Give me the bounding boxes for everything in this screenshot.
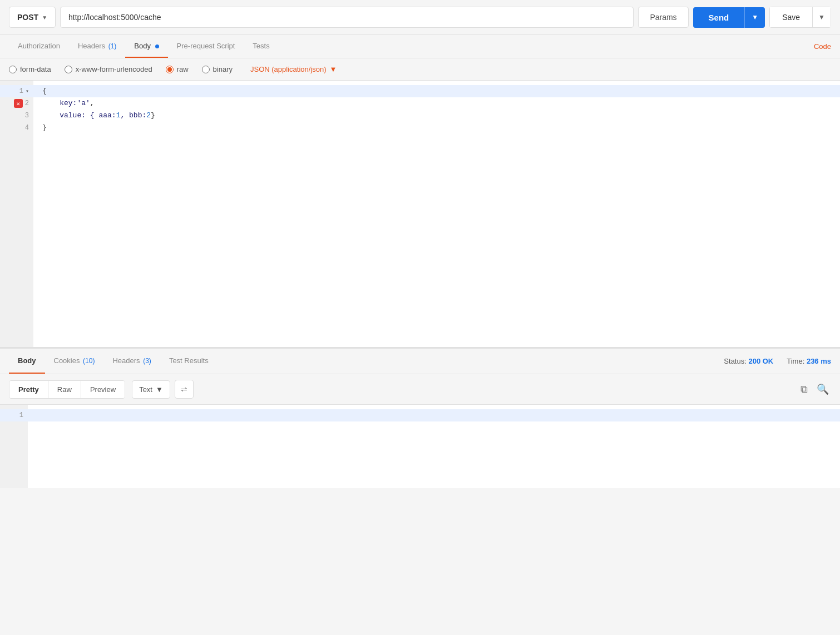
raw-button[interactable]: Raw [48, 381, 81, 398]
resp-headers-badge: (3) [143, 357, 151, 365]
json-format-selector[interactable]: JSON (application/json) ▼ [250, 65, 337, 73]
status-info: Status: 200 OK Time: 236 ms [724, 357, 831, 365]
method-chevron-icon: ▼ [42, 14, 47, 21]
wrap-icon: ⇌ [181, 385, 187, 394]
tab-body[interactable]: Body [125, 35, 167, 58]
line-number-2: ✕ 2 [0, 97, 33, 110]
code-line-4: } [42, 122, 831, 134]
resp-tab-headers[interactable]: Headers (3) [103, 349, 160, 374]
response-tabs-bar: Body Cookies (10) Headers (3) Test Resul… [0, 349, 840, 374]
headers-badge: (1) [108, 42, 117, 50]
search-icon: 🔍 [817, 383, 829, 395]
resp-tab-test-results[interactable]: Test Results [160, 349, 218, 374]
wrap-button[interactable]: ⇌ [175, 380, 194, 399]
save-button[interactable]: Save [769, 7, 813, 28]
copy-button[interactable]: ⧉ [798, 381, 810, 398]
params-button[interactable]: Params [638, 7, 688, 28]
option-form-data[interactable]: form-data [9, 65, 51, 73]
tab-authorization[interactable]: Authorization [9, 35, 69, 58]
send-button[interactable]: Send [693, 7, 745, 28]
response-editor: 1 [0, 405, 840, 488]
send-group: Send ▼ [693, 7, 765, 28]
body-dot-indicator [155, 44, 159, 48]
request-tabs: Authorization Headers (1) Body Pre-reque… [0, 35, 840, 58]
method-label: POST [17, 13, 38, 22]
line-number-4: 4 [0, 122, 33, 134]
tab-headers[interactable]: Headers (1) [69, 35, 125, 58]
url-input[interactable] [60, 7, 634, 28]
pretty-button[interactable]: Pretty [9, 381, 48, 398]
preview-button[interactable]: Preview [81, 381, 125, 398]
tab-tests[interactable]: Tests [244, 35, 278, 58]
resp-tab-cookies[interactable]: Cookies (10) [45, 349, 104, 374]
body-options: form-data x-www-form-urlencoded raw bina… [0, 58, 840, 81]
cookies-badge: (10) [83, 357, 95, 365]
status-label: Status: 200 OK [724, 357, 773, 365]
response-section: Body Cookies (10) Headers (3) Test Resul… [0, 348, 840, 488]
time-label: Time: 236 ms [787, 357, 831, 365]
option-binary[interactable]: binary [202, 65, 233, 73]
resp-tab-body[interactable]: Body [9, 349, 45, 374]
code-line-3: value: { aaa: 1 , bbb: 2 } [42, 110, 831, 122]
text-format-dropdown[interactable]: Text ▼ [132, 380, 170, 399]
tab-pre-request-script[interactable]: Pre-request Script [168, 35, 244, 58]
status-value: 200 OK [748, 357, 773, 365]
search-button[interactable]: 🔍 [814, 381, 831, 398]
option-x-www-form-urlencoded[interactable]: x-www-form-urlencoded [65, 65, 152, 73]
format-group: Pretty Raw Preview [9, 380, 125, 399]
resp-code-content[interactable] [28, 405, 840, 488]
resp-line-number-1: 1 [0, 409, 28, 421]
option-raw[interactable]: raw [166, 65, 189, 73]
url-bar: POST ▼ Params Send ▼ Save ▼ [0, 0, 840, 35]
code-editor: 1 ▾ ✕ 2 3 4 { key: 'a' , value: { aaa: 1 [0, 81, 840, 348]
save-dropdown-button[interactable]: ▼ [813, 7, 831, 28]
copy-icon: ⧉ [801, 384, 808, 395]
resp-code-line-1 [28, 409, 840, 421]
text-dropdown-chevron-icon: ▼ [156, 385, 163, 394]
method-button[interactable]: POST ▼ [9, 7, 56, 28]
line-number-3: 3 [0, 110, 33, 122]
icon-buttons: ⧉ 🔍 [798, 381, 831, 398]
resp-line-numbers: 1 [0, 405, 28, 488]
code-content[interactable]: { key: 'a' , value: { aaa: 1 , bbb: 2 } … [33, 81, 840, 347]
save-group: Save ▼ [769, 7, 831, 28]
code-link[interactable]: Code [814, 36, 831, 57]
line-number-1: 1 ▾ [0, 85, 33, 97]
time-value: 236 ms [807, 357, 831, 365]
error-badge: ✕ [14, 99, 23, 108]
code-line-2: key: 'a' , [42, 97, 831, 110]
send-dropdown-button[interactable]: ▼ [744, 7, 765, 28]
collapse-arrow-icon[interactable]: ▾ [26, 88, 29, 95]
format-chevron-icon: ▼ [330, 65, 337, 73]
line-numbers: 1 ▾ ✕ 2 3 4 [0, 81, 33, 347]
code-line-1: { [33, 85, 840, 97]
response-toolbar: Pretty Raw Preview Text ▼ ⇌ ⧉ 🔍 [0, 374, 840, 405]
